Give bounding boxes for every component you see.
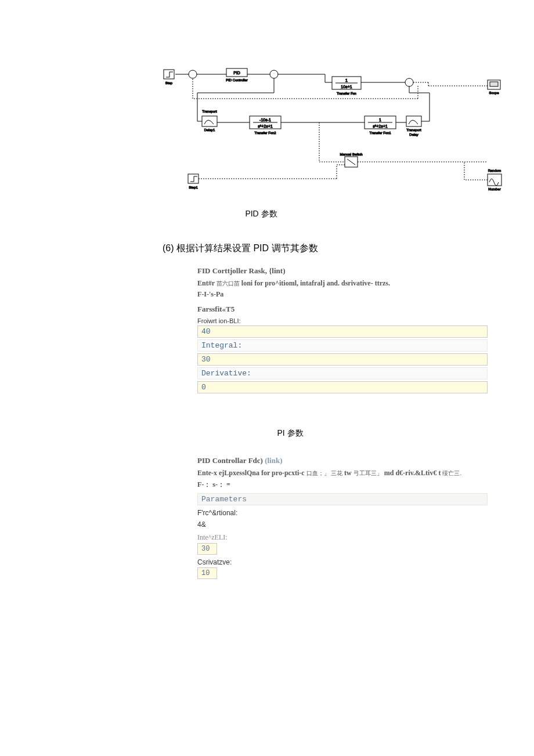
- svg-text:10s+1: 10s+1: [341, 85, 352, 89]
- section-heading-6: (6) 根据计算结果设置 PID 调节其参数: [163, 243, 511, 255]
- dialog2-i-input[interactable]: 30: [197, 543, 217, 555]
- dialog1-d-label: Derivative:: [197, 367, 488, 379]
- dialog1-p-label: Froiwrt ion-BLI:: [197, 317, 488, 324]
- dialog1-title: FID Corttjoller Rask, {lint): [197, 266, 488, 276]
- svg-text:1: 1: [345, 78, 348, 82]
- d2-mid: tw: [342, 469, 353, 477]
- d2-cjk3: 绥亡三.: [442, 470, 461, 476]
- svg-text:Transfer Fcn: Transfer Fcn: [337, 92, 356, 95]
- svg-text:Delay1: Delay1: [204, 128, 215, 132]
- svg-text:PID Controller: PID Controller: [226, 78, 248, 82]
- svg-text:Transport: Transport: [202, 110, 217, 113]
- svg-text:Step1: Step1: [189, 186, 198, 189]
- dialog2-p-label: F'rc^&rtional:: [197, 509, 488, 517]
- dialog1-desc-rest: loni for pro^itioml, intafralj and. dsri…: [240, 279, 390, 287]
- svg-text:Step: Step: [165, 81, 173, 85]
- svg-text:Transfer Fcn1: Transfer Fcn1: [369, 131, 391, 135]
- dialog1-desc: Ent#r 苗六口苗 loni for pro^itioml, intafral…: [197, 279, 488, 288]
- dialog2-i-label: Inte^zELI:: [197, 533, 488, 542]
- dialog1-desc-prefix: Ent#r: [197, 279, 217, 287]
- dialog2-extra: F-： s-： =: [197, 480, 488, 490]
- d2-rest: md d€-riv.&Ltiv€ t: [383, 469, 443, 477]
- d2-cjk2: 弓工耳三」: [353, 470, 383, 476]
- dialog1-p-input[interactable]: 40: [197, 325, 488, 338]
- svg-text:Number: Number: [488, 187, 500, 191]
- dialog1-i-label: Integral:: [197, 339, 488, 352]
- dialog2-d-label: Csrivatzve:: [197, 558, 488, 566]
- svg-point-1: [189, 70, 197, 78]
- svg-point-17: [405, 78, 413, 86]
- svg-text:1: 1: [379, 118, 381, 122]
- svg-point-7: [270, 70, 278, 78]
- svg-rect-70: [164, 70, 174, 79]
- simulink-diagram: PID PID Controller 1 10s+1 Transfer Fcn: [163, 58, 511, 197]
- svg-rect-60: [188, 174, 199, 183]
- diagram-caption: PID 参数: [174, 209, 348, 219]
- svg-text:Random: Random: [488, 169, 501, 172]
- pid-dialog-2: PID Controllar Fdc) (link) Ente-x ejLpxe…: [197, 456, 488, 579]
- svg-text:Delay: Delay: [409, 133, 418, 136]
- svg-text:Scope: Scope: [489, 91, 499, 95]
- dialog2-title-main: PID Controllar Fdc): [197, 456, 265, 465]
- d2-prefix: Ente-x ejLpxesslQna for pro-pcxti-c: [197, 469, 306, 477]
- dialog2-params-header: Parameters: [197, 493, 488, 505]
- svg-text:s²+2s+1: s²+2s+1: [373, 124, 387, 128]
- svg-rect-27: [202, 116, 217, 126]
- dialog2-title: PID Controllar Fdc) (link): [197, 456, 488, 465]
- dialog2-d-input[interactable]: 10: [197, 567, 217, 579]
- dialog1-i-input[interactable]: 30: [197, 353, 488, 366]
- dialog2-title-link[interactable]: (link): [265, 456, 282, 465]
- dialog1-d-input[interactable]: 0: [197, 381, 488, 393]
- dialog1-extra: F-I-'s-Pa: [197, 290, 488, 299]
- svg-text:PID: PID: [233, 71, 240, 75]
- svg-text:-10s-1: -10s-1: [259, 118, 271, 122]
- svg-rect-46: [406, 116, 421, 126]
- dialog1-section: Farssfit«T5: [197, 305, 488, 314]
- svg-text:Transport: Transport: [406, 128, 421, 132]
- pi-caption: PI 参数: [232, 428, 348, 439]
- svg-text:Transfer Fcn2: Transfer Fcn2: [254, 131, 276, 135]
- dialog1-desc-cjk: 苗六口苗: [217, 280, 240, 287]
- svg-text:Manual Switch: Manual Switch: [340, 153, 362, 156]
- dialog2-p-value: 4&: [197, 520, 488, 529]
- d2-cjk1: 口血；」 三花: [306, 470, 343, 476]
- svg-rect-22: [490, 82, 498, 86]
- dialog2-desc: Ente-x ejLpxesslQna for pro-pcxti-c 口血；」…: [197, 469, 488, 478]
- svg-text:s²+2s+1: s²+2s+1: [258, 124, 272, 128]
- pid-dialog-1: FID Corttjoller Rask, {lint) Ent#r 苗六口苗 …: [197, 266, 488, 393]
